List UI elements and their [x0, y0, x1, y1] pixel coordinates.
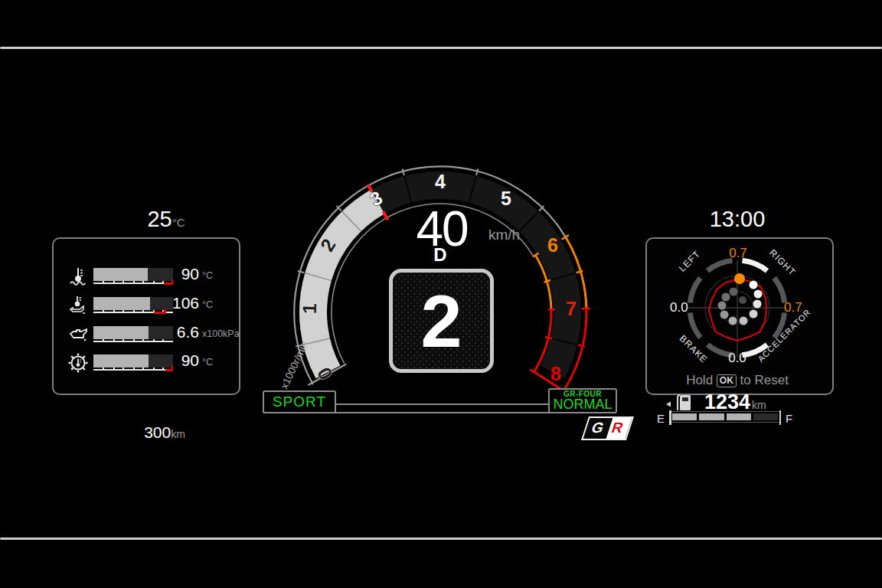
gauge-bar-fill	[93, 326, 149, 339]
oil-temperature-gauge: 106 °C	[54, 293, 236, 319]
bezel-top-edge	[0, 47, 882, 49]
transmission-temperature-gauge: 90 °C	[54, 351, 236, 377]
gear-indicator-box: 2	[389, 269, 494, 373]
gr-four-badge: GR-FOUR NORMAL	[548, 388, 617, 413]
fuel-full-label: F	[786, 412, 792, 425]
tach-number-1: 1	[299, 303, 320, 315]
gauge-scale	[93, 283, 173, 289]
g-meter-reset-hint: Hold OK to Reset	[645, 373, 829, 388]
fuel-segment	[699, 413, 724, 420]
gauge-bar-fill	[93, 297, 150, 310]
gauge-bar	[93, 297, 173, 310]
fuel-range-unit: km	[752, 399, 766, 411]
gauge-bar	[93, 268, 173, 281]
tach-number-4: 4	[435, 171, 446, 192]
gauge-bar-fill	[93, 268, 148, 281]
fuel-segment	[672, 413, 697, 420]
g-ring-highlight-right	[743, 260, 768, 271]
gauge-value: 106	[168, 294, 199, 312]
gauge-bar-fill	[93, 354, 149, 368]
g-value-bottom: 0.0	[725, 351, 750, 366]
gauge-scale	[93, 341, 173, 347]
gauge-value: 6.6	[168, 323, 199, 341]
gear-number: 2	[421, 284, 462, 358]
fuel-empty-label: E	[657, 412, 665, 425]
instrument-cluster: 25°C 90 °C	[0, 0, 882, 588]
gauge-value: 90	[168, 351, 199, 370]
ambient-temperature-value: 25	[147, 207, 172, 231]
odometer-value: 300	[144, 423, 171, 441]
clock: 13:00	[684, 207, 791, 232]
gauge-bar	[93, 326, 173, 339]
oil-pressure-icon	[67, 324, 89, 345]
gauge-unit: x100kPa	[202, 328, 240, 339]
g-value-left: 0.0	[670, 300, 688, 315]
oil-pressure-gauge: 6.6 x100kPa	[54, 322, 236, 348]
tach-number-7: 7	[566, 298, 577, 319]
g-value-right: 0.7	[784, 300, 802, 315]
fuel-gauge	[670, 411, 780, 423]
gauge-scale	[93, 312, 173, 318]
gauge-value: 90	[168, 265, 199, 283]
fuel-gauge-left-cap	[669, 410, 671, 425]
gauge-bar	[93, 354, 173, 368]
gauge-unit: °C	[202, 270, 213, 281]
odometer-unit: km	[171, 428, 185, 440]
reset-hint-prefix: Hold	[686, 373, 713, 387]
vehicle-status-panel: 90 °C 106 °C	[52, 237, 240, 395]
coolant-temperature-gauge: 90 °C	[54, 264, 236, 290]
gr-logo-g: G	[590, 420, 606, 436]
fuel-segment-empty	[753, 413, 778, 420]
gr-four-mode: NORMAL	[553, 398, 612, 411]
reset-hint-suffix: to Reset	[740, 373, 789, 387]
ok-key-icon: OK	[717, 374, 737, 387]
gauge-unit: °C	[202, 299, 213, 310]
coolant-temperature-icon	[67, 266, 89, 287]
ambient-temperature-unit: °C	[172, 216, 185, 229]
g-current-dot	[734, 273, 745, 284]
gr-logo: G R	[581, 416, 634, 440]
drive-mode-badge: SPORT	[263, 390, 336, 413]
gauge-unit: °C	[202, 357, 213, 368]
tach-number-6: 6	[547, 234, 558, 256]
g-value-top: 0.7	[726, 246, 750, 261]
tach-number-8: 8	[550, 363, 561, 384]
gauge-scale	[93, 369, 173, 375]
transmission-temperature-icon	[67, 352, 89, 374]
g-history-dots	[718, 281, 763, 325]
shift-position: D	[402, 244, 479, 266]
speed-unit: km/h	[488, 227, 520, 243]
odometer: 300km	[115, 423, 214, 442]
fuel-gauge-right-cap	[779, 410, 782, 425]
bezel-bottom-edge	[0, 537, 882, 540]
oil-temperature-icon	[67, 295, 89, 316]
drive-mode-label: SPORT	[273, 394, 326, 410]
ambient-temperature: 25°C	[116, 207, 216, 232]
fuel-segment	[727, 413, 751, 420]
tach-unit-label: x1000r/min	[279, 339, 311, 390]
